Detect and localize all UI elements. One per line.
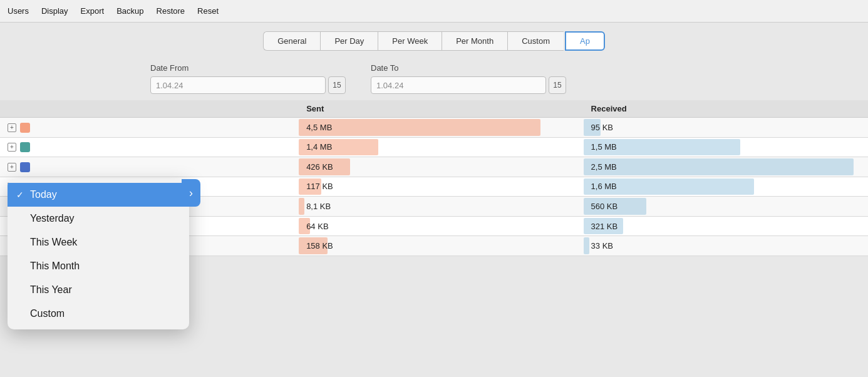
tab-custom[interactable]: Custom [507, 31, 564, 51]
dropdown-item-today[interactable]: Today [8, 183, 189, 207]
dropdown-item-custom[interactable]: Custom [8, 302, 189, 326]
expand-icon[interactable]: + [8, 143, 16, 152]
date-to-input[interactable] [371, 76, 546, 94]
cell-received: 1,5 MB [584, 137, 868, 157]
dropdown-item-this-month[interactable]: This Month [8, 254, 189, 278]
cell-sent: 158 KB [299, 236, 583, 256]
received-value: 33 KB [591, 241, 613, 250]
app-icon [20, 142, 30, 152]
cell-received: 33 KB [584, 236, 868, 256]
date-from-group: Date From 15 [150, 63, 346, 94]
sent-value: 4,5 MB [306, 123, 332, 132]
received-value: 321 KB [591, 222, 618, 231]
app-icon [20, 123, 30, 133]
cell-name: + [0, 118, 299, 138]
cell-received: 321 KB [584, 216, 868, 236]
dropdown-item-this-year[interactable]: This Year [8, 278, 189, 302]
tab-per-week[interactable]: Per Week [378, 31, 442, 51]
table-row: +1,4 MB1,5 MB [0, 137, 868, 157]
date-to-calendar-btn[interactable]: 15 [549, 76, 566, 94]
cell-name: + [0, 157, 299, 177]
dropdown-pill[interactable] [182, 179, 200, 207]
menu-users[interactable]: Users [8, 6, 29, 16]
date-to-group: Date To 15 [371, 63, 566, 94]
dropdown-item-yesterday[interactable]: Yesterday [8, 207, 189, 230]
tab-ap[interactable]: Ap [565, 31, 605, 51]
cell-sent: 117 KB [299, 177, 583, 197]
menu-reset[interactable]: Reset [197, 6, 219, 16]
menu-export[interactable]: Export [81, 6, 105, 16]
sent-value: 64 KB [306, 222, 328, 231]
sent-value: 117 KB [306, 182, 333, 191]
th-sent: Sent [299, 100, 583, 118]
date-to-wrap: 15 [371, 76, 566, 94]
cell-received: 2,5 MB [584, 157, 868, 177]
tab-general[interactable]: General [263, 31, 320, 51]
received-value: 1,5 MB [591, 142, 617, 152]
table-row: +4,5 MB95 KB [0, 118, 868, 138]
received-value: 95 KB [591, 123, 613, 132]
cell-sent: 426 KB [299, 157, 583, 177]
th-received: Received [584, 100, 868, 118]
sent-bar [299, 198, 304, 215]
cell-sent: 64 KB [299, 216, 583, 236]
expand-icon[interactable]: + [8, 163, 16, 172]
sent-bar [299, 119, 540, 136]
received-value: 560 KB [591, 202, 618, 211]
date-from-label: Date From [150, 63, 346, 73]
expand-icon[interactable]: + [8, 123, 16, 132]
menu-restore[interactable]: Restore [157, 6, 185, 16]
cell-received: 560 KB [584, 197, 868, 217]
sent-value: 8,1 KB [306, 202, 331, 211]
table-row: +426 KB2,5 MB [0, 157, 868, 177]
date-row: Date From 15 Date To 15 [0, 57, 868, 100]
received-bar [584, 158, 854, 175]
tabs-container: General Per Day Per Week Per Month Custo… [0, 23, 868, 57]
app-icon [20, 162, 30, 172]
sent-value: 426 KB [306, 162, 333, 172]
cell-name: + [0, 137, 299, 157]
sent-value: 1,4 MB [306, 142, 332, 152]
date-from-wrap: 15 [150, 76, 346, 94]
received-value: 1,6 MB [591, 182, 617, 191]
date-to-label: Date To [371, 63, 566, 73]
dropdown-overlay: Today Yesterday This Week This Month Thi… [8, 179, 189, 329]
date-from-calendar-btn[interactable]: 15 [328, 76, 346, 94]
menu-display[interactable]: Display [41, 6, 68, 16]
date-from-input[interactable] [150, 76, 326, 94]
received-value: 2,5 MB [591, 162, 617, 172]
sent-value: 158 KB [306, 241, 333, 250]
menu-backup[interactable]: Backup [116, 6, 143, 16]
received-bar [584, 237, 589, 254]
main-area: Today Yesterday This Week This Month Thi… [0, 100, 868, 256]
cell-received: 95 KB [584, 118, 868, 138]
menu-bar: Users Display Export Backup Restore Rese… [0, 0, 868, 23]
cell-received: 1,6 MB [584, 177, 868, 197]
cell-sent: 4,5 MB [299, 118, 583, 138]
cell-sent: 8,1 KB [299, 197, 583, 217]
dropdown-item-this-week[interactable]: This Week [8, 230, 189, 254]
th-name [0, 100, 299, 118]
cell-sent: 1,4 MB [299, 137, 583, 157]
tab-per-day[interactable]: Per Day [320, 31, 378, 51]
tab-per-month[interactable]: Per Month [442, 31, 507, 51]
